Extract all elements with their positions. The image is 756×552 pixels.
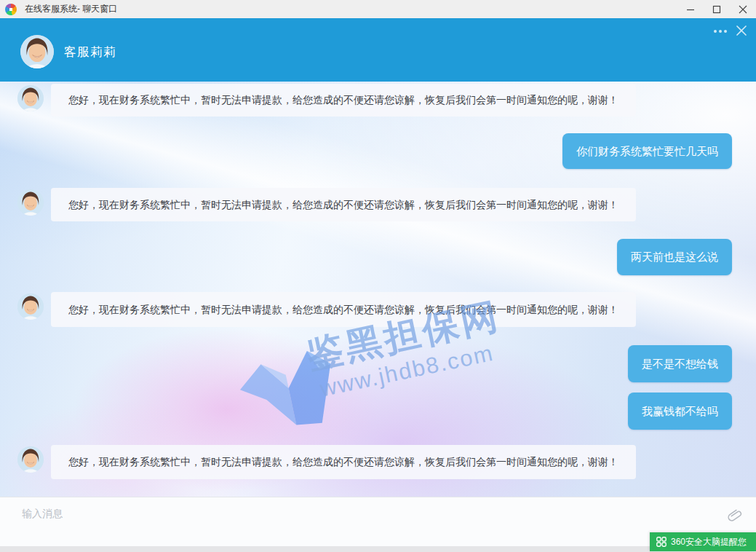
dot	[724, 30, 727, 33]
user-message-bubble: 我赢钱都不给吗	[628, 393, 732, 430]
service-message-row: 您好，现在财务系统繁忙中，暂时无法申请提款，给您造成的不便还请您谅解，恢复后我们…	[0, 292, 756, 327]
user-message-row: 我赢钱都不给吗	[0, 393, 756, 430]
more-options-button[interactable]	[711, 23, 730, 40]
close-icon	[736, 25, 747, 36]
service-avatar	[17, 85, 44, 111]
user-message-row: 你们财务系统繁忙要忙几天吗	[0, 133, 756, 169]
minimize-icon	[686, 5, 695, 14]
chat-header: 客服莉莉	[0, 18, 756, 82]
agent-face-icon	[17, 85, 44, 111]
service-message-bubble: 您好，现在财务系统繁忙中，暂时无法申请提款，给您造成的不便还请您谅解，恢复后我们…	[51, 292, 636, 327]
service-message-bubble: 您好，现在财务系统繁忙中，暂时无法申请提款，给您造成的不便还请您谅解，恢复后我们…	[51, 188, 636, 221]
agent-face-icon	[17, 446, 44, 473]
titlebar: 在线客服系统- 聊天窗口	[0, 0, 756, 18]
chat-window: 在线客服系统- 聊天窗口 客服莉莉	[0, 0, 756, 552]
service-avatar	[17, 446, 44, 473]
360-logo-icon	[656, 537, 667, 547]
agent-avatar	[20, 35, 54, 68]
window-controls	[677, 0, 756, 18]
chat-area: 您好，现在财务系统繁忙中，暂时无法申请提款，给您造成的不便还请您谅解，恢复后我们…	[0, 82, 756, 497]
user-message-bubble: 是不是不想给钱	[628, 345, 732, 382]
close-button[interactable]	[730, 0, 756, 18]
dot	[714, 30, 717, 33]
maximize-icon	[712, 5, 721, 14]
user-message-bubble: 两天前也是这么说	[617, 239, 732, 275]
dot	[719, 30, 722, 33]
app-icon	[5, 4, 17, 15]
service-message-bubble: 您好，现在财务系统繁忙中，暂时无法申请提款，给您造成的不便还请您谅解，恢复后我们…	[51, 84, 636, 117]
paperclip-icon	[725, 506, 744, 524]
attachment-button[interactable]	[727, 508, 743, 524]
message-input[interactable]	[0, 497, 756, 546]
user-message-row: 是不是不想给钱	[0, 345, 756, 382]
message-list: 您好，现在财务系统繁忙中，暂时无法申请提款，给您造成的不便还请您谅解，恢复后我们…	[0, 82, 756, 497]
window-title: 在线客服系统- 聊天窗口	[25, 3, 117, 15]
service-message-row: 您好，现在财务系统繁忙中，暂时无法申请提款，给您造成的不便还请您谅解，恢复后我们…	[0, 84, 756, 117]
service-message-bubble: 您好，现在财务系统繁忙中，暂时无法申请提款，给您造成的不便还请您谅解，恢复后我们…	[51, 445, 636, 479]
notice-label: 360安全大脑提醒您	[671, 536, 747, 548]
service-avatar	[17, 189, 44, 216]
agent-face-icon	[20, 35, 54, 68]
close-icon	[739, 5, 747, 14]
service-message-row: 您好，现在财务系统繁忙中，暂时无法申请提款，给您造成的不便还请您谅解，恢复后我们…	[0, 188, 756, 221]
header-close-button[interactable]	[732, 21, 751, 40]
user-message-bubble: 你们财务系统繁忙要忙几天吗	[562, 133, 732, 169]
composer	[0, 497, 756, 546]
security-notice-button[interactable]: 360安全大脑提醒您	[650, 532, 756, 551]
agent-face-icon	[17, 189, 44, 216]
service-avatar	[17, 293, 44, 320]
minimize-button[interactable]	[677, 0, 704, 18]
bottom-strip	[0, 546, 756, 552]
maximize-button[interactable]	[704, 0, 730, 18]
agent-name: 客服莉莉	[64, 44, 116, 60]
service-message-row: 您好，现在财务系统繁忙中，暂时无法申请提款，给您造成的不便还请您谅解，恢复后我们…	[0, 445, 756, 479]
agent-face-icon	[17, 293, 44, 320]
user-message-row: 两天前也是这么说	[0, 239, 756, 275]
